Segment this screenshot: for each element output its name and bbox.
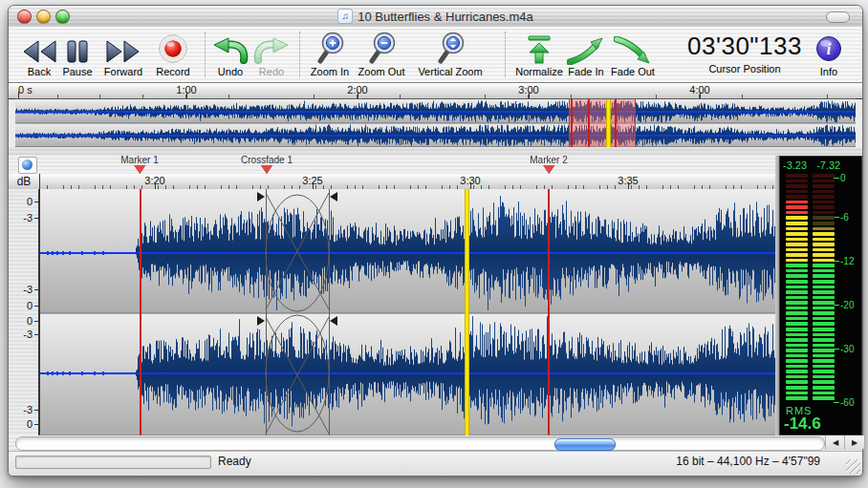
meter-scale-label: -20 [840, 300, 854, 310]
db-tick-label: 0 [27, 300, 33, 311]
marker-triangle-icon[interactable] [261, 165, 272, 174]
status-bar: Ready 16 bit – 44,100 Hz – 4'57"99 [9, 451, 862, 476]
meter-segment [786, 274, 808, 278]
meter-segment [786, 201, 808, 204]
markers-bar: Marker 1Crossfade 1Marker 2 [9, 156, 779, 174]
db-tick-label: 0 [27, 196, 33, 207]
meter-segment [813, 211, 835, 215]
meter-scale-label: -6 [840, 212, 849, 223]
minimize-button[interactable] [36, 10, 51, 24]
sound-file-badge-icon[interactable] [18, 157, 37, 174]
scrollbar-thumb[interactable] [554, 438, 616, 451]
overview-waveform[interactable] [15, 98, 856, 148]
scroll-left-button[interactable]: ◀ [825, 435, 845, 450]
meter-segment [786, 243, 808, 246]
meter-segment [786, 264, 808, 267]
vertical-zoom-button[interactable]: Vertical Zoom [404, 29, 496, 80]
meter-scale-tick [834, 178, 839, 179]
meter-segment [813, 380, 835, 384]
marker-triangle-icon[interactable] [543, 165, 554, 174]
meter-segment [813, 354, 835, 358]
meter-segment [786, 286, 808, 289]
ruler-major-tick [529, 92, 530, 98]
meter-segment [786, 370, 808, 373]
meter-segment [813, 216, 835, 220]
meter-segment [786, 290, 808, 294]
resize-grip[interactable] [846, 459, 860, 474]
marker-2[interactable]: Crossfade 1 [241, 156, 293, 174]
db-tick [34, 289, 38, 290]
meter-segment [813, 301, 835, 305]
meter-segment [813, 248, 835, 252]
meter-segment [813, 296, 835, 300]
meter-segment [786, 248, 808, 252]
toolbar-separator [505, 32, 506, 77]
main-waveform[interactable] [39, 189, 775, 435]
horizontal-scrollbar: ◀ ▶ [9, 435, 862, 451]
meter-segment [786, 180, 808, 183]
meter-segment [813, 201, 835, 204]
meter-scale-label: -30 [840, 344, 854, 354]
meter-segment [813, 274, 835, 278]
ruler-major-tick [358, 92, 358, 98]
meter-segment [786, 375, 808, 379]
app-window: ♫ 10 Butterflies & Hurricanes.m4a BackPa… [8, 5, 863, 477]
db-tick-label: -3 [23, 212, 33, 223]
meter-segment [813, 375, 835, 379]
meter-segment [786, 301, 808, 305]
meter-segment [786, 211, 808, 215]
meter-segment [813, 317, 835, 321]
close-button[interactable] [17, 10, 32, 24]
meter-segment [813, 205, 835, 209]
marker-1[interactable]: Marker 1 [120, 156, 158, 174]
main-time-ruler: 3:203:253:303:35 [39, 174, 776, 190]
meter-segment [786, 269, 808, 273]
meter-segment [786, 392, 808, 395]
overview-marker-line [588, 99, 590, 147]
db-tick-label: -3 [23, 404, 33, 415]
marker-line[interactable] [548, 189, 550, 435]
meter-segment [786, 259, 808, 263]
overview-selection[interactable] [569, 99, 636, 147]
meter-segment [813, 307, 835, 310]
meter-segment [786, 344, 808, 348]
meter-segment [813, 180, 835, 183]
title-bar[interactable]: ♫ 10 Butterflies & Hurricanes.m4a [9, 6, 862, 28]
db-axis-label: dB [9, 174, 39, 189]
scroll-right-icon: ▶ [852, 438, 857, 447]
meter-segment [813, 253, 835, 257]
zoom-button[interactable] [55, 10, 70, 24]
meter-segment [786, 253, 808, 257]
window-controls [17, 10, 70, 24]
db-tick [34, 424, 38, 425]
db-tick [34, 321, 38, 322]
meter-segment [813, 322, 835, 326]
db-scale-gutter: 0-3-300-3-30 [9, 189, 39, 435]
meter-segment [813, 386, 835, 390]
meter-segment [786, 296, 808, 300]
ruler-major-tick [18, 92, 19, 98]
info-button[interactable]: iInfo [783, 29, 868, 80]
meter-segment [786, 386, 808, 390]
marker-3[interactable]: Marker 2 [530, 156, 567, 174]
meter-segment [813, 333, 835, 337]
overview-playhead-line [606, 99, 611, 147]
scrollbar-track[interactable] [15, 436, 825, 451]
scroll-right-button[interactable]: ▶ [844, 435, 864, 450]
crossfade-overlay[interactable] [39, 189, 775, 435]
meter-segment [786, 184, 808, 188]
db-tick [34, 202, 38, 202]
marker-triangle-icon[interactable] [134, 165, 145, 174]
format-info: 16 bit – 44,100 Hz – 4'57"99 [676, 455, 820, 468]
meter-segment [813, 269, 835, 273]
db-tick [34, 334, 38, 335]
overview-time-ruler: 0 s1:002:003:004:00 [9, 83, 862, 99]
meter-segment [786, 216, 808, 220]
db-tick-label: -3 [23, 329, 33, 340]
svg-text:i: i [827, 41, 832, 57]
playhead-line[interactable] [465, 189, 469, 435]
rms-value: -14.6 [784, 414, 821, 434]
crossfade-left-handle-icon [257, 192, 265, 202]
marker-line[interactable] [140, 189, 141, 435]
toolbar-toggle-pill-button[interactable] [826, 11, 850, 23]
